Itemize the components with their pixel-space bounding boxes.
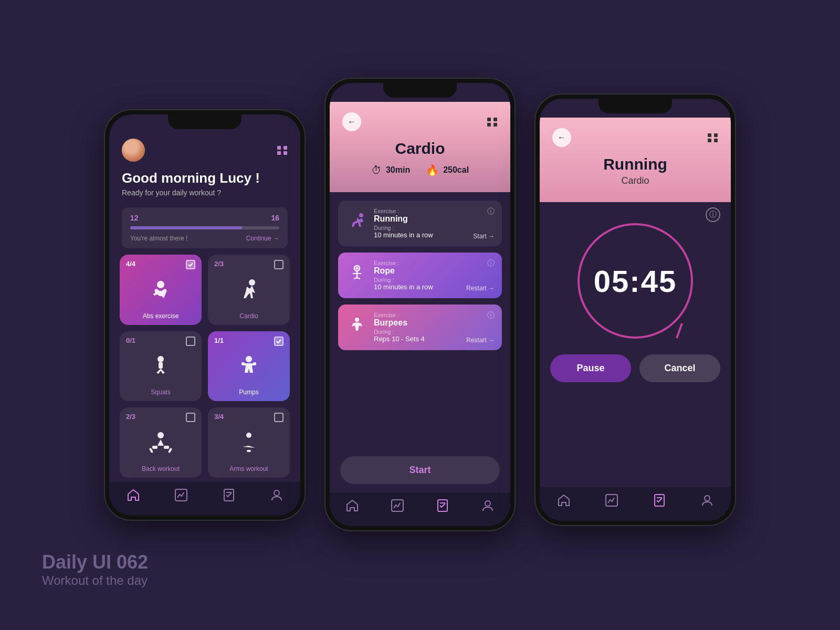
svg-point-21 (356, 267, 359, 270)
svg-point-22 (355, 318, 359, 322)
greeting-section: Good morning Lucy ! Ready for your daily… (109, 162, 300, 201)
workout-card-cardio[interactable]: 2/3 Cardio (208, 255, 290, 325)
cardio-check (274, 260, 284, 269)
cardio-screen: ← Cardio ⏱ 30min 🔥 (330, 83, 510, 526)
timer-title: Running (552, 155, 718, 173)
timer-nav: ← (552, 128, 718, 147)
nav-profile-2[interactable] (481, 499, 495, 516)
abs-icon (126, 269, 195, 312)
svg-rect-6 (242, 362, 245, 365)
timer-bottom-nav (540, 487, 731, 521)
workout-card-pumps[interactable]: 1/1 Pumps (208, 331, 290, 402)
home-bottom-nav (109, 482, 300, 516)
nav-tasks-2[interactable] (436, 499, 449, 516)
burpees-action[interactable]: Restart → (466, 337, 495, 344)
running-action[interactable]: Start → (473, 233, 495, 240)
nav-home-2[interactable] (345, 499, 359, 516)
cardio-back-button[interactable]: ← (342, 112, 361, 131)
workout-card-arms[interactable]: 3/4 Arms work (208, 407, 290, 478)
running-info-icon: ⓘ (487, 207, 495, 216)
cardio-bottom-nav (330, 492, 510, 526)
timer-info-icon[interactable]: ⓘ (706, 207, 720, 222)
back-count: 2/3 (126, 413, 135, 421)
exercise-rope[interactable]: Exercise : Rope During : 10 minutes in a… (338, 253, 502, 298)
burpees-during-label: During : (374, 329, 494, 335)
pumps-check (274, 337, 284, 346)
pumps-label: Pumps (214, 388, 284, 396)
rope-during-label: During : (374, 277, 494, 283)
home-screen: Good morning Lucy ! Ready for your daily… (109, 114, 300, 516)
nav-profile-3[interactable] (700, 494, 714, 510)
running-label: Exercise : (374, 208, 494, 214)
phones-container: Good morning Lucy ! Ready for your daily… (105, 100, 735, 530)
svg-point-2 (249, 279, 255, 286)
greeting-subtitle: Ready for your daily workout ? (122, 188, 288, 197)
svg-point-18 (274, 490, 279, 496)
stat-calories: 🔥 250cal (426, 164, 469, 176)
cancel-button[interactable]: Cancel (639, 354, 720, 382)
svg-point-8 (158, 432, 164, 438)
rope-action[interactable]: Restart → (466, 285, 495, 292)
flame-icon: 🔥 (426, 164, 439, 176)
arms-label: Arms workout (214, 465, 284, 472)
nav-stats[interactable] (174, 488, 188, 505)
continue-button[interactable]: Continue → (246, 235, 279, 242)
home-header (109, 133, 300, 162)
cardio-icon (214, 269, 284, 312)
nav-stats-2[interactable] (391, 499, 404, 516)
progress-total: 16 (271, 214, 279, 222)
svg-rect-4 (159, 362, 163, 369)
watermark: Daily UI 062 Workout of the day (42, 551, 148, 588)
progress-bar-background (130, 226, 279, 229)
exercise-burpees[interactable]: Exercise : Burpees During : Reps 10 - Se… (338, 304, 502, 350)
running-icon (346, 212, 368, 235)
workout-card-squats[interactable]: 0/1 Squats (120, 331, 202, 402)
nav-home-3[interactable] (557, 494, 571, 510)
timer-back-button[interactable]: ← (552, 128, 571, 147)
timer-subtitle: Cardio (552, 175, 718, 186)
workout-card-back[interactable]: 2/3 Back workout (120, 407, 202, 478)
timer-icon: ⏱ (371, 164, 382, 176)
cardio-count: 2/3 (214, 260, 224, 268)
avatar[interactable] (122, 139, 145, 162)
progress-bar-fill (130, 226, 242, 229)
nav-stats-3[interactable] (605, 494, 618, 510)
svg-rect-7 (253, 362, 256, 365)
squats-check (186, 337, 195, 346)
grid-icon[interactable] (277, 146, 288, 155)
svg-rect-10 (164, 446, 169, 449)
nav-tasks[interactable] (222, 488, 236, 505)
cardio-grid-icon[interactable] (487, 118, 498, 127)
running-during-label: During : (374, 225, 494, 231)
start-button[interactable]: Start (340, 456, 500, 484)
timer-screen: ← Running Cardio ⓘ 05:45 (540, 99, 731, 521)
abs-count: 4/4 (126, 260, 135, 268)
timer-buttons: Pause Cancel (550, 354, 720, 382)
exercise-running[interactable]: Exercise : Running During : 10 minutes i… (338, 201, 502, 246)
squats-label: Squats (126, 388, 195, 396)
svg-point-19 (359, 213, 363, 217)
phone-cardio: ← Cardio ⏱ 30min 🔥 (326, 79, 514, 530)
pause-button[interactable]: Pause (550, 354, 631, 382)
timer-content: ⓘ 05:45 Pause Cancel (540, 202, 731, 487)
burpees-name: Burpees (374, 318, 494, 328)
workout-card-abs[interactable]: 4/4 Abs exercise (120, 255, 202, 325)
watermark-title: Daily UI 062 (42, 551, 148, 573)
rope-name: Rope (374, 266, 494, 276)
cardio-stats: ⏱ 30min 🔥 250cal (342, 164, 498, 176)
timer-top: ← Running Cardio (540, 118, 731, 202)
nav-home[interactable] (127, 488, 140, 505)
progress-message: You're almost there ! (130, 235, 187, 242)
cardio-label: Cardio (214, 312, 284, 320)
back-label: Back workout (126, 465, 195, 472)
svg-point-0 (157, 281, 164, 288)
nav-tasks-3[interactable] (653, 494, 666, 510)
phone-home: Good morning Lucy ! Ready for your daily… (105, 110, 304, 520)
svg-rect-14 (247, 450, 251, 452)
nav-profile[interactable] (270, 488, 284, 505)
timer-circle: 05:45 (578, 223, 693, 339)
svg-point-13 (246, 433, 251, 438)
timer-grid-icon[interactable] (708, 133, 718, 142)
calories-value: 250cal (443, 165, 469, 175)
svg-point-30 (705, 496, 710, 501)
